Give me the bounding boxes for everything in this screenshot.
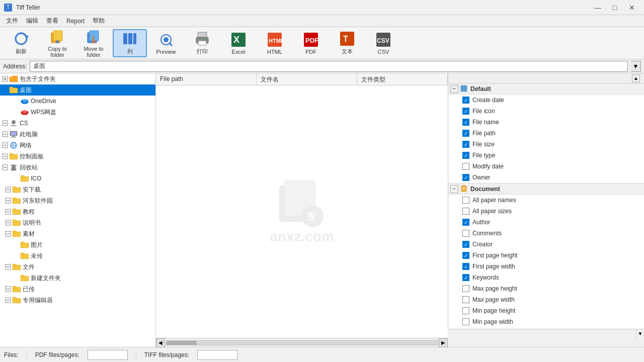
checkbox-owner[interactable] bbox=[462, 174, 469, 181]
checkbox-file-path[interactable] bbox=[462, 130, 469, 137]
scroll-right-button[interactable]: ▶ bbox=[439, 338, 448, 347]
tree-item-uploaded[interactable]: 已传 bbox=[0, 284, 155, 295]
checkbox-file-icon[interactable] bbox=[462, 108, 469, 115]
tree-item-this-pc[interactable]: 此电脑 bbox=[0, 129, 155, 140]
menu-help[interactable]: 帮助 bbox=[89, 16, 109, 26]
col-item-modify-date[interactable]: Modify date bbox=[448, 161, 644, 172]
col-item-all-paper-names[interactable]: All paper names bbox=[448, 195, 644, 206]
checkbox-min-page-height[interactable] bbox=[462, 307, 469, 314]
menu-report[interactable]: Report bbox=[62, 17, 89, 26]
tree-item-recycle[interactable]: 回收站 bbox=[0, 162, 155, 173]
col-item-create-date[interactable]: Create date bbox=[448, 95, 644, 106]
col-item-author[interactable]: Author bbox=[448, 217, 644, 228]
col-item-max-page-width[interactable]: Max page width bbox=[448, 294, 644, 305]
tree-item-wps[interactable]: WPS网盘 bbox=[0, 107, 155, 118]
col-item-keywords[interactable]: Keywords bbox=[448, 272, 644, 283]
col-header-type[interactable]: 文件类型 bbox=[357, 73, 448, 85]
checkbox-max-page-width[interactable] bbox=[462, 296, 469, 303]
tree-item-download[interactable]: 安下载 bbox=[0, 184, 155, 195]
tree-item-material[interactable]: 素材 bbox=[0, 228, 155, 239]
checkbox-create-date[interactable] bbox=[462, 97, 469, 104]
checkbox-file-size[interactable] bbox=[462, 141, 469, 148]
checkbox-max-page-height[interactable] bbox=[462, 285, 469, 292]
scroll-left-button[interactable]: ◀ bbox=[156, 338, 165, 347]
tree-item-network[interactable]: 网络 bbox=[0, 140, 155, 151]
checkbox-all-paper-names[interactable] bbox=[462, 197, 469, 204]
checkbox-min-page-width[interactable] bbox=[462, 318, 469, 325]
tree-item-unsent[interactable]: 未传 bbox=[0, 250, 155, 261]
col-item-file-name[interactable]: File name bbox=[448, 117, 644, 128]
col-header-name[interactable]: 文件名 bbox=[257, 73, 357, 85]
tree-item-special-editor[interactable]: 专用编辑器 bbox=[0, 295, 155, 306]
col-header-path[interactable]: File path bbox=[156, 73, 257, 85]
collapse-document-button[interactable]: − bbox=[450, 185, 458, 193]
tree-item-desktop[interactable]: 桌面 bbox=[0, 84, 155, 96]
tree-item-onedrive[interactable]: OneDrive bbox=[0, 96, 155, 107]
scroll-down-button[interactable]: ▼ bbox=[636, 329, 644, 338]
col-item-comments[interactable]: Comments bbox=[448, 228, 644, 239]
print-button[interactable]: 打印 bbox=[185, 29, 219, 57]
col-label-max-page-height: Max page height bbox=[472, 285, 517, 292]
tree-label: 控制面板 bbox=[20, 152, 44, 161]
col-item-first-page-width[interactable]: First page width bbox=[448, 261, 644, 272]
col-item-min-page-height[interactable]: Min page height bbox=[448, 305, 644, 316]
checkbox-first-page-height[interactable] bbox=[462, 252, 469, 259]
move-to-folder-button[interactable]: Move to folder bbox=[76, 29, 111, 57]
checkbox-creator[interactable] bbox=[462, 241, 469, 248]
menu-file[interactable]: 文件 bbox=[2, 16, 22, 26]
svg-rect-87 bbox=[21, 253, 24, 255]
tree-item-files[interactable]: 文件 bbox=[0, 261, 155, 273]
checkbox-file-type[interactable] bbox=[462, 152, 469, 159]
tree-item-cs[interactable]: CS bbox=[0, 118, 155, 129]
preview-button[interactable]: Preview bbox=[149, 29, 183, 57]
default-group-header[interactable]: − Default bbox=[448, 83, 644, 95]
pdf-input[interactable] bbox=[88, 350, 128, 360]
tree-item-hedong[interactable]: 河东软件园 bbox=[0, 195, 155, 206]
col-item-file-path[interactable]: File path bbox=[448, 128, 644, 139]
html-button[interactable]: HTML HTML bbox=[258, 29, 292, 57]
checkbox-author[interactable] bbox=[462, 219, 469, 226]
tree-item-manual[interactable]: 说明书 bbox=[0, 217, 155, 228]
document-group-header[interactable]: − Document bbox=[448, 184, 644, 195]
checkbox-keywords[interactable] bbox=[462, 274, 469, 281]
excel-button[interactable]: X Excel bbox=[221, 29, 256, 57]
col-item-owner[interactable]: Owner bbox=[448, 172, 644, 183]
tiff-input[interactable] bbox=[197, 350, 237, 360]
csv-button[interactable]: CSV CSV bbox=[366, 29, 400, 57]
checkbox-first-page-width[interactable] bbox=[462, 263, 469, 270]
scroll-track[interactable] bbox=[166, 340, 438, 345]
col-item-file-icon[interactable]: File icon bbox=[448, 106, 644, 117]
menu-edit[interactable]: 编辑 bbox=[22, 16, 42, 26]
tree-item-tutorial[interactable]: 教程 bbox=[0, 206, 155, 217]
checkbox-comments[interactable] bbox=[462, 230, 469, 237]
address-value: 桌面 bbox=[33, 62, 45, 70]
col-item-all-paper-sizes[interactable]: All paper sizes bbox=[448, 206, 644, 217]
columns-button[interactable]: 列 bbox=[113, 29, 147, 57]
tree-item-ico[interactable]: ICO bbox=[0, 173, 155, 184]
tree-item-control-panel[interactable]: 控制面板 bbox=[0, 151, 155, 162]
collapse-default-button[interactable]: − bbox=[450, 85, 458, 93]
col-item-min-page-width[interactable]: Min page width bbox=[448, 316, 644, 327]
tree-item-include-folder[interactable]: 包含子文件夹 bbox=[0, 73, 155, 84]
col-item-file-size[interactable]: File size bbox=[448, 139, 644, 150]
refresh-button[interactable]: 刷新 bbox=[4, 29, 38, 57]
tree-item-images[interactable]: 图片 bbox=[0, 239, 155, 250]
col-item-creator[interactable]: Creator bbox=[448, 239, 644, 250]
checkbox-file-name[interactable] bbox=[462, 119, 469, 126]
menu-view[interactable]: 查看 bbox=[42, 16, 62, 26]
col-label-min-page-height: Min page height bbox=[472, 307, 515, 314]
pdf-button[interactable]: PDF PDF bbox=[294, 29, 328, 57]
copy-to-folder-button[interactable]: Copy to folder bbox=[40, 29, 74, 57]
text-button[interactable]: T 文本 bbox=[330, 29, 364, 57]
col-item-file-type[interactable]: File type bbox=[448, 150, 644, 161]
address-dropdown[interactable]: ▼ bbox=[631, 61, 641, 72]
minimize-button[interactable]: — bbox=[590, 3, 606, 13]
maximize-button[interactable]: □ bbox=[607, 3, 623, 13]
checkbox-all-paper-sizes[interactable] bbox=[462, 208, 469, 215]
col-item-max-page-height[interactable]: Max page height bbox=[448, 283, 644, 294]
close-button[interactable]: ✕ bbox=[624, 3, 640, 13]
checkbox-modify-date[interactable] bbox=[462, 163, 469, 170]
col-item-first-page-height[interactable]: First page height bbox=[448, 250, 644, 261]
scroll-up-button[interactable]: ▲ bbox=[632, 74, 640, 82]
tree-item-new-folder[interactable]: 新建文件夹 bbox=[0, 273, 155, 284]
